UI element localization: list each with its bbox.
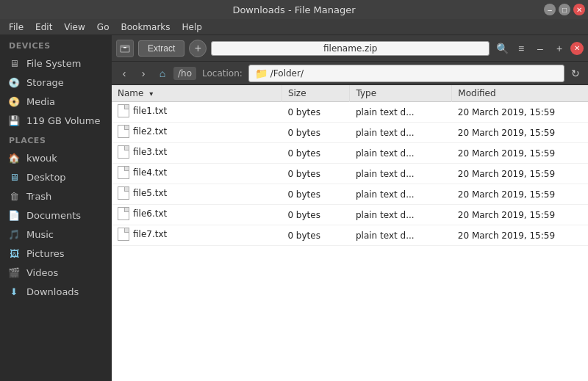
reload-button[interactable]: ↻: [567, 65, 584, 81]
cell-size: 0 bytes: [282, 123, 350, 143]
file-name: file3.txt: [133, 147, 167, 157]
cell-type: plain text d...: [350, 184, 452, 205]
desktop-icon: 🖥: [7, 170, 21, 184]
cell-modified: 20 March 2019, 15:59: [452, 102, 588, 123]
add-button[interactable]: +: [189, 40, 207, 57]
cell-name: file3.txt: [112, 143, 282, 164]
videos-icon: 🎬: [7, 266, 21, 279]
sidebar-label-home: kwouk: [26, 153, 57, 164]
sidebar-item-media[interactable]: 📀 Media: [0, 92, 112, 111]
close-button[interactable]: ✕: [573, 4, 585, 15]
col-modified-label: Modified: [458, 88, 495, 98]
table-header-row: Name ▾ Size Type Modified: [112, 85, 588, 102]
archive-minimize-button[interactable]: –: [532, 40, 548, 57]
sidebar-label-trash: Trash: [26, 191, 51, 202]
sidebar-item-filesystem[interactable]: 🖥 File System: [0, 54, 112, 73]
forward-button[interactable]: ›: [135, 65, 151, 81]
filename-text: filename.zip: [323, 43, 377, 54]
sidebar-item-volume[interactable]: 💾 119 GB Volume: [0, 111, 112, 130]
col-header-size[interactable]: Size: [282, 85, 350, 102]
sidebar-item-videos[interactable]: 🎬 Videos: [0, 263, 112, 282]
cell-modified: 20 March 2019, 15:59: [452, 205, 588, 225]
cell-type: plain text d...: [350, 123, 452, 143]
col-type-label: Type: [356, 88, 376, 98]
location-bar[interactable]: 📁 /Folder/: [248, 65, 564, 82]
file-name: file5.txt: [133, 188, 167, 198]
minimize-button[interactable]: –: [544, 4, 556, 15]
cell-type: plain text d...: [350, 143, 452, 164]
sidebar-item-trash[interactable]: 🗑 Trash: [0, 186, 112, 206]
table-row[interactable]: file4.txt0 bytesplain text d...20 March …: [112, 164, 588, 184]
sidebar-item-home[interactable]: 🏠 kwouk: [0, 148, 112, 167]
menu-view[interactable]: View: [58, 21, 90, 34]
sidebar-label-volume: 119 GB Volume: [26, 115, 100, 126]
sidebar-item-storage[interactable]: 💿 Storage: [0, 73, 112, 92]
cell-type: plain text d...: [350, 225, 452, 246]
archive-maximize-button[interactable]: +: [551, 40, 567, 57]
file-table-body: file1.txt0 bytesplain text d...20 March …: [112, 102, 588, 246]
cell-name: file2.txt: [112, 123, 282, 143]
table-row[interactable]: file3.txt0 bytesplain text d...20 March …: [112, 143, 588, 164]
sidebar-label-desktop: Desktop: [26, 172, 66, 183]
cell-size: 0 bytes: [282, 164, 350, 184]
table-row[interactable]: file7.txt0 bytesplain text d...20 March …: [112, 225, 588, 246]
col-header-name[interactable]: Name ▾: [112, 85, 282, 102]
archive-icon-button[interactable]: [116, 40, 134, 57]
cell-name: file1.txt: [112, 102, 282, 123]
txt-file-icon: [118, 186, 129, 200]
sidebar: DEVICES 🖥 File System 💿 Storage 📀 Media …: [0, 35, 112, 381]
sidebar-item-downloads[interactable]: ⬇ Downloads: [0, 282, 112, 301]
sidebar-item-documents[interactable]: 📄 Documents: [0, 206, 112, 225]
volume-icon: 💾: [7, 114, 21, 127]
menu-bookmarks[interactable]: Bookmarks: [115, 21, 176, 34]
table-row[interactable]: file5.txt0 bytesplain text d...20 March …: [112, 184, 588, 205]
archive-close-button[interactable]: ✕: [570, 42, 584, 55]
menu-edit[interactable]: Edit: [29, 21, 58, 34]
file-table: Name ▾ Size Type Modified: [112, 85, 588, 246]
storage-icon: 💿: [7, 76, 21, 89]
sidebar-label-videos: Videos: [26, 267, 58, 278]
cell-size: 0 bytes: [282, 225, 350, 246]
trash-icon: 🗑: [7, 189, 21, 203]
sidebar-label-documents: Documents: [26, 210, 81, 221]
media-icon: 📀: [7, 95, 21, 108]
table-row[interactable]: file6.txt0 bytesplain text d...20 March …: [112, 205, 588, 225]
cell-name: file6.txt: [112, 205, 282, 225]
search-button[interactable]: 🔍: [494, 40, 510, 57]
file-name: file6.txt: [133, 208, 167, 219]
sidebar-label-filesystem: File System: [26, 58, 81, 69]
svg-rect-2: [123, 47, 126, 48]
sidebar-label-storage: Storage: [26, 77, 64, 88]
location-folder-icon: 📁: [255, 68, 268, 79]
sidebar-label-downloads: Downloads: [26, 286, 79, 297]
filesystem-icon: 🖥: [7, 57, 21, 70]
table-row[interactable]: file1.txt0 bytesplain text d...20 March …: [112, 102, 588, 123]
menu-button[interactable]: ≡: [513, 40, 529, 57]
location-label: Location:: [199, 68, 245, 79]
file-name: file1.txt: [133, 106, 167, 116]
menu-help[interactable]: Help: [176, 21, 208, 34]
sidebar-item-music[interactable]: 🎵 Music: [0, 225, 112, 244]
breadcrumb[interactable]: /ho: [173, 67, 196, 80]
menu-file[interactable]: File: [3, 21, 29, 34]
cell-size: 0 bytes: [282, 143, 350, 164]
col-header-type[interactable]: Type: [350, 85, 452, 102]
extract-button[interactable]: Extract: [138, 40, 184, 57]
back-button[interactable]: ‹: [116, 65, 132, 81]
menu-bar: File Edit View Go Bookmarks Help: [0, 19, 588, 35]
table-row[interactable]: file2.txt0 bytesplain text d...20 March …: [112, 123, 588, 143]
sidebar-item-desktop[interactable]: 🖥 Desktop: [0, 167, 112, 186]
cell-type: plain text d...: [350, 164, 452, 184]
cell-size: 0 bytes: [282, 184, 350, 205]
documents-icon: 📄: [7, 208, 21, 222]
sidebar-label-music: Music: [26, 229, 54, 240]
cell-size: 0 bytes: [282, 102, 350, 123]
home-nav-button[interactable]: ⌂: [154, 65, 171, 81]
sidebar-label-media: Media: [26, 96, 55, 107]
file-name: file7.txt: [133, 229, 167, 239]
txt-file-icon: [118, 207, 129, 220]
menu-go[interactable]: Go: [91, 21, 115, 34]
col-header-modified[interactable]: Modified: [452, 85, 588, 102]
maximize-button[interactable]: □: [559, 4, 570, 15]
sidebar-item-pictures[interactable]: 🖼 Pictures: [0, 244, 112, 263]
